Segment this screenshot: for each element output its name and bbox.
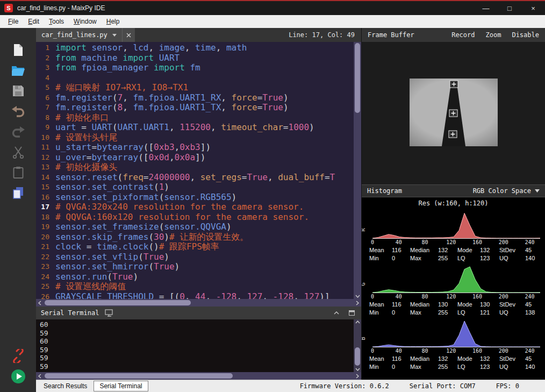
- tab-search-results[interactable]: Search Results: [38, 381, 92, 391]
- code-line[interactable]: 17# QVGA:320x240 resolution for the came…: [36, 202, 354, 212]
- undo-button[interactable]: [6, 101, 30, 122]
- line-number: 7: [36, 103, 55, 113]
- tab-car-find-lines[interactable]: car_find_lines.py: [36, 28, 122, 42]
- scroll-left-icon[interactable]: [38, 372, 41, 380]
- code-line[interactable]: 16sensor.set_pixformat(sensor.RGB565): [36, 193, 354, 203]
- record-button[interactable]: Record: [451, 31, 475, 39]
- histogram-stats: Mean116Median132Mode132StDev45Min0Max255…: [369, 355, 541, 371]
- color-space-dropdown[interactable]: RGB Color Space: [473, 187, 540, 195]
- line-number: 26: [36, 292, 55, 300]
- scroll-right-icon[interactable]: [356, 299, 359, 307]
- maximize-button[interactable]: □: [498, 1, 521, 15]
- fps-indicator: FPS: 0: [496, 382, 519, 390]
- scroll-down-icon[interactable]: [354, 295, 361, 298]
- code-line[interactable]: 15sensor.set_contrast(1): [36, 182, 354, 193]
- line-number: 3: [36, 63, 55, 73]
- tab-serial-terminal[interactable]: Serial Terminal: [94, 381, 148, 391]
- editor-tabbar: car_find_lines.py Line: 17, Col: 49: [36, 28, 361, 42]
- copy-button[interactable]: [6, 183, 30, 203]
- code-line[interactable]: 22sensor.set_vflip(True): [36, 252, 354, 262]
- code-line[interactable]: 13# 初始化摄像头: [36, 162, 354, 173]
- menu-file[interactable]: File: [3, 16, 23, 27]
- open-file-button[interactable]: [6, 60, 30, 81]
- scroll-down-icon[interactable]: [354, 368, 361, 371]
- serial-terminal-output[interactable]: 605960595959: [36, 319, 361, 372]
- code-line[interactable]: 26GRAYSCALE_THRESHOLD = [(0, 44, -128, 1…: [36, 292, 354, 300]
- histogram-stats: Mean116Median132Mode132StDev45Min0Max255…: [369, 246, 541, 262]
- line-number: 23: [36, 262, 55, 272]
- terminal-settings-button[interactable]: [104, 308, 114, 318]
- redo-button[interactable]: [6, 122, 30, 142]
- chevron-up-icon: [334, 311, 339, 315]
- scrollbar-thumb[interactable]: [45, 373, 233, 379]
- scroll-left-icon[interactable]: [38, 299, 41, 307]
- code-line[interactable]: 25# 设置巡线的阈值: [36, 282, 354, 292]
- frame-buffer-view[interactable]: [362, 42, 545, 184]
- terminal-horizontal-scrollbar[interactable]: [36, 372, 361, 380]
- scrollbar-thumb[interactable]: [45, 300, 191, 305]
- code-line[interactable]: 9uart = UART(UART.UART1, 115200, timeout…: [36, 123, 354, 133]
- code-line[interactable]: 19sensor.set_framesize(sensor.QQVGA): [36, 222, 354, 232]
- zoom-button[interactable]: Zoom: [486, 31, 501, 39]
- run-script-button[interactable]: [6, 366, 30, 387]
- scrollbar-thumb[interactable]: [355, 347, 360, 366]
- clipboard-paste-icon: [13, 166, 24, 179]
- open-folder-icon: [11, 65, 25, 76]
- line-number: 5: [36, 83, 55, 93]
- menu-window[interactable]: Window: [69, 16, 102, 27]
- code-line[interactable]: 11u_start=bytearray([0xb3,0xb3]): [36, 142, 354, 153]
- code-line[interactable]: 20sensor.skip_frames(30)# 让新的设置生效。: [36, 232, 354, 243]
- code-line[interactable]: 10# 设置针头针尾: [36, 133, 354, 143]
- code-line[interactable]: 2from machine import UART: [36, 53, 354, 63]
- menu-help[interactable]: Help: [102, 16, 125, 27]
- code-line[interactable]: 1import sensor, lcd, image, time, math: [36, 43, 354, 53]
- code-line[interactable]: 23sensor.set_hmirror(True): [36, 262, 354, 272]
- code-line[interactable]: 6fm.register(7, fm.fpioa.UART1_RX, force…: [36, 93, 354, 103]
- code-line[interactable]: 4: [36, 73, 354, 83]
- editor-vertical-scrollbar[interactable]: [354, 42, 361, 299]
- histogram-axis: 04080120160200240: [372, 293, 540, 301]
- maixpy-ide-window: S car_find_lines.py - MaixPy IDE — □ × F…: [0, 0, 545, 392]
- line-number: 24: [36, 272, 55, 282]
- terminal-vertical-scrollbar[interactable]: [354, 319, 361, 372]
- histogram-plot: [372, 319, 540, 347]
- channel-label: R: [362, 226, 378, 234]
- code-editor[interactable]: 1import sensor, lcd, image, time, math2f…: [36, 42, 361, 299]
- roi-marker-icon: [449, 110, 457, 117]
- save-icon: [12, 85, 24, 97]
- new-file-button[interactable]: [6, 40, 30, 60]
- save-file-button[interactable]: [6, 81, 30, 101]
- code-line[interactable]: 21clock = time.clock()# 跟踪FPS帧率: [36, 242, 354, 252]
- scrollbar-thumb[interactable]: [355, 43, 360, 113]
- line-number: 13: [36, 162, 55, 173]
- code-area[interactable]: 1import sensor, lcd, image, time, math2f…: [36, 42, 354, 299]
- line-number: 11: [36, 142, 55, 153]
- scroll-up-icon[interactable]: [354, 320, 361, 324]
- menu-edit[interactable]: Edit: [23, 16, 44, 27]
- line-number: 12: [36, 153, 55, 163]
- cut-button[interactable]: [6, 142, 30, 162]
- code-line[interactable]: 18# QQVGA:160x120 resolution for the cam…: [36, 212, 354, 223]
- code-line[interactable]: 7fm.register(8, fm.fpioa.UART1_TX, force…: [36, 103, 354, 113]
- close-button[interactable]: ×: [521, 1, 545, 15]
- tab-dropdown-icon[interactable]: [112, 34, 117, 37]
- serial-port: Serial Port: COM7: [410, 382, 476, 390]
- code-line[interactable]: 8# 初始化串口: [36, 113, 354, 123]
- tab-close-button[interactable]: [122, 28, 135, 42]
- restore-panel-button[interactable]: [347, 308, 356, 318]
- code-line[interactable]: 14sensor.reset(freq=24000000, set_regs=T…: [36, 173, 354, 183]
- disable-button[interactable]: Disable: [512, 31, 539, 39]
- menu-tools[interactable]: Tools: [44, 16, 69, 27]
- disconnect-button[interactable]: [6, 346, 30, 366]
- minimize-button[interactable]: —: [474, 1, 498, 15]
- code-line[interactable]: 12u_over=bytearray([0x0d,0x0a]): [36, 153, 354, 163]
- scroll-right-icon[interactable]: [356, 372, 359, 380]
- paste-button[interactable]: [6, 162, 30, 183]
- code-line[interactable]: 24sensor.run(True): [36, 272, 354, 282]
- camera-frame-image[interactable]: [410, 79, 498, 146]
- color-space-value: RGB Color Space: [473, 187, 531, 195]
- code-line[interactable]: 3from fpioa_manager import fm: [36, 63, 354, 73]
- collapse-panel-button[interactable]: [332, 308, 341, 318]
- editor-horizontal-scrollbar[interactable]: [36, 299, 361, 307]
- code-line[interactable]: 5# 端口映射 IO7→RX1, IO8→TX1: [36, 83, 354, 93]
